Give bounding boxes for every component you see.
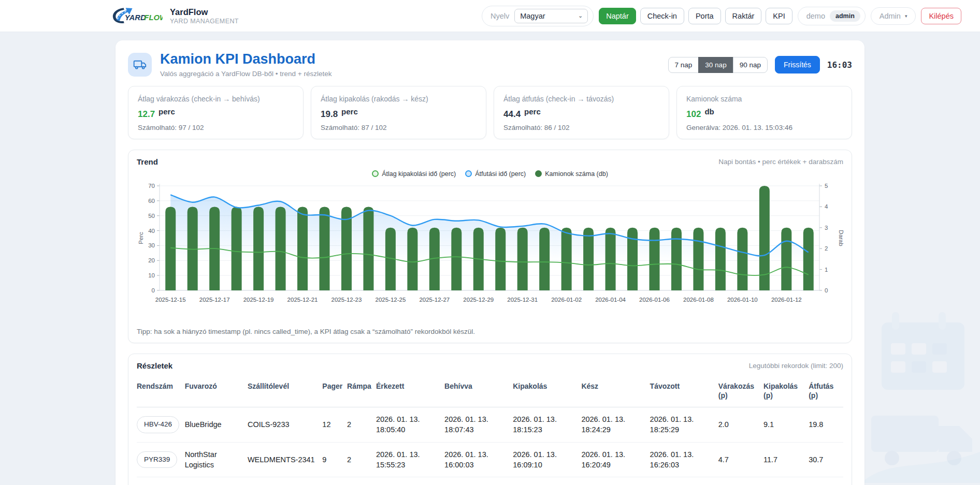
cell-ramp: 2 bbox=[347, 442, 376, 477]
cell-departed: 2026. 01. 13.16:26:03 bbox=[650, 442, 718, 477]
refresh-button[interactable]: Frissítés bbox=[775, 56, 820, 74]
svg-text:2026-01-10: 2026-01-10 bbox=[727, 297, 758, 303]
truck-icon bbox=[128, 53, 152, 77]
column-header-unload_min: Kipakolás (p) bbox=[763, 374, 809, 407]
table-row: HBV-426BlueBridgeCOILS-92331222026. 01. … bbox=[137, 407, 843, 443]
chart-legend: Átlag kipakolási idő (perc)Átfutási idő … bbox=[137, 170, 843, 178]
cell-ramp: — bbox=[347, 477, 376, 485]
plate-badge: PYR339 bbox=[137, 451, 177, 468]
cell-plate: PYR339 bbox=[137, 442, 185, 477]
svg-text:0: 0 bbox=[825, 287, 828, 293]
nav-button-rakt-r[interactable]: Raktár bbox=[725, 8, 762, 24]
language-control: Nyelv Magyar ⌄ bbox=[482, 6, 594, 26]
kpi-caption: Számolható: 87 / 102 bbox=[321, 124, 477, 131]
column-header-departed: Távozott bbox=[650, 374, 718, 407]
svg-text:2025-12-15: 2025-12-15 bbox=[155, 297, 186, 303]
cell-arrived: 2026. 01. 13.15:55:23 bbox=[376, 442, 444, 477]
kpi-card-2: Átlag átfutás (check-in → távozás)44.4pe… bbox=[494, 86, 669, 139]
nav-button-porta[interactable]: Porta bbox=[688, 8, 721, 24]
column-header-carrier: Fuvarozó bbox=[185, 374, 248, 407]
legend-label: Átfutási idő (perc) bbox=[475, 170, 526, 178]
cell-ramp: 2 bbox=[347, 407, 376, 443]
brand-subtitle: YARD MANAGEMENT bbox=[170, 18, 239, 25]
cell-turnaround_min: 30.7 bbox=[809, 442, 843, 477]
svg-text:2025-12-19: 2025-12-19 bbox=[243, 297, 274, 303]
cell-unload_min: 9.1 bbox=[763, 407, 809, 443]
table-row: PYR339NorthStar LogisticsWELDMENTS-23419… bbox=[137, 442, 843, 477]
kpi-value: 19.8 bbox=[321, 107, 338, 120]
kpi-unit: db bbox=[704, 107, 714, 116]
plate-badge: HBV-426 bbox=[137, 416, 179, 433]
svg-text:2026-01-02: 2026-01-02 bbox=[551, 297, 582, 303]
cell-note: COILS-9233 bbox=[248, 407, 322, 443]
svg-text:70: 70 bbox=[148, 183, 155, 189]
role-menu[interactable]: Admin ▾ bbox=[871, 7, 916, 25]
cell-turnaround_min: — bbox=[809, 477, 843, 485]
cell-wait_min: 4.7 bbox=[718, 442, 763, 477]
user-name: demo bbox=[806, 12, 825, 20]
cell-pager: 5 bbox=[322, 477, 347, 485]
svg-text:2026-01-04: 2026-01-04 bbox=[595, 297, 626, 303]
column-header-done: Kész bbox=[581, 374, 650, 407]
range-button-90-nap[interactable]: 90 nap bbox=[733, 57, 768, 73]
legend-item-0[interactable]: Átlag kipakolási idő (perc) bbox=[372, 170, 456, 178]
svg-text:30: 30 bbox=[148, 242, 155, 248]
svg-text:2025-12-27: 2025-12-27 bbox=[419, 297, 450, 303]
nav-button-kpi[interactable]: KPI bbox=[766, 8, 792, 24]
language-select[interactable]: Magyar bbox=[514, 9, 588, 23]
kpi-value: 102 bbox=[686, 107, 701, 120]
kpi-card-3: Kamionok száma102dbGenerálva: 2026. 01. … bbox=[676, 86, 852, 139]
column-header-arrived: Érkezett bbox=[376, 374, 444, 407]
svg-text:2025-12-25: 2025-12-25 bbox=[375, 297, 406, 303]
role-menu-label: Admin bbox=[880, 12, 901, 20]
svg-text:40: 40 bbox=[148, 227, 155, 233]
table-row: EPK046Forza LogisticsALU-83195—2026. 01.… bbox=[137, 477, 843, 485]
kpi-title: Átlag kipakolás (rakodás → kész) bbox=[321, 95, 477, 103]
range-button-7-nap[interactable]: 7 nap bbox=[668, 57, 699, 73]
kpi-value: 12.7 bbox=[138, 107, 155, 120]
range-button-group: 7 nap30 nap90 nap bbox=[668, 57, 768, 73]
svg-text:2025-12-31: 2025-12-31 bbox=[507, 297, 538, 303]
svg-text:2025-12-29: 2025-12-29 bbox=[463, 297, 494, 303]
cell-carrier: NorthStar Logistics bbox=[185, 442, 248, 477]
svg-text:5: 5 bbox=[825, 183, 828, 189]
legend-marker-icon bbox=[465, 170, 472, 177]
cell-unloading: 2026. 01. 13.18:15:23 bbox=[513, 407, 581, 443]
cell-carrier: Forza Logistics bbox=[185, 477, 248, 485]
kpi-card-0: Átlag várakozás (check-in → behívás)12.7… bbox=[128, 86, 304, 139]
legend-item-1[interactable]: Átfutási idő (perc) bbox=[465, 170, 526, 178]
legend-item-2[interactable]: Kamionok száma (db) bbox=[535, 170, 608, 178]
cell-turnaround_min: 19.8 bbox=[809, 407, 843, 443]
cell-unloading: — bbox=[513, 477, 581, 485]
column-header-turnaround_min: Átfutás (p) bbox=[809, 374, 843, 407]
logout-button[interactable]: Kilépés bbox=[921, 8, 961, 24]
cell-wait_min: 2.0 bbox=[718, 407, 763, 443]
svg-text:4: 4 bbox=[825, 203, 828, 210]
svg-text:Darab: Darab bbox=[838, 230, 844, 246]
svg-text:2025-12-21: 2025-12-21 bbox=[287, 297, 318, 303]
chart-tip: Tipp: ha sok a hiányzó timestamp (pl. ni… bbox=[137, 328, 843, 335]
range-button-30-nap[interactable]: 30 nap bbox=[698, 57, 733, 73]
column-header-note: Szállítólevél bbox=[248, 374, 322, 407]
svg-text:2025-12-17: 2025-12-17 bbox=[199, 297, 230, 303]
legend-label: Átlag kipakolási idő (perc) bbox=[382, 170, 456, 178]
clock: 16:03 bbox=[827, 60, 852, 70]
details-table-head: RendszámFuvarozóSzállítólevélPagerRámpaÉ… bbox=[137, 374, 843, 407]
cell-plate: HBV-426 bbox=[137, 407, 185, 443]
details-table: RendszámFuvarozóSzállítólevélPagerRámpaÉ… bbox=[137, 374, 843, 485]
column-header-unloading: Kipakolás bbox=[513, 374, 581, 407]
kpi-caption: Számolható: 97 / 102 bbox=[138, 124, 294, 131]
cell-pager: 12 bbox=[322, 407, 347, 443]
svg-text:20: 20 bbox=[148, 257, 155, 263]
cell-wait_min: — bbox=[718, 477, 763, 485]
nav-button-check-in[interactable]: Check-in bbox=[640, 8, 684, 24]
svg-text:50: 50 bbox=[148, 212, 155, 218]
kpi-card-1: Átlag kipakolás (rakodás → kész)19.8perc… bbox=[311, 86, 486, 139]
language-label: Nyelv bbox=[491, 12, 509, 20]
nav-button-napt-r[interactable]: Naptár bbox=[599, 8, 636, 24]
cell-called: — bbox=[444, 477, 513, 485]
svg-text:2026-01-06: 2026-01-06 bbox=[639, 297, 670, 303]
kpi-caption: Generálva: 2026. 01. 13. 15:03:46 bbox=[686, 124, 842, 131]
kpi-unit: perc bbox=[524, 107, 541, 116]
details-subtitle: Legutóbbi rekordok (limit: 200) bbox=[749, 362, 843, 370]
